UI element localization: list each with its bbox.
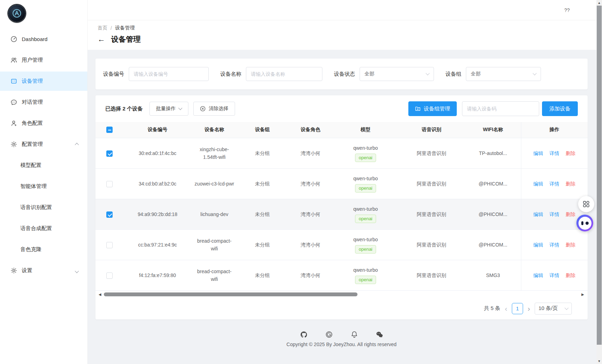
row-checkbox[interactable]: [106, 242, 113, 248]
device-status-value: 全部: [364, 71, 374, 77]
detail-link[interactable]: 详情: [549, 150, 559, 156]
github-icon[interactable]: [300, 331, 308, 338]
sidebar-subitem-tts-config[interactable]: 语音合成配置: [0, 219, 87, 238]
page-footer: Copyright © 2025 By JoeyZhou. All rights…: [95, 331, 588, 347]
sidebar-subitem-voice-clone[interactable]: 音色克隆: [0, 240, 87, 259]
breadcrumb-home-link[interactable]: 首页: [98, 25, 107, 31]
sidebar-item-dashboard[interactable]: Dashboard: [0, 29, 87, 49]
group-manage-button[interactable]: 设备组管理: [408, 101, 457, 116]
delete-link[interactable]: 删除: [566, 211, 575, 217]
cell-asr: 阿里语音识别: [398, 168, 465, 199]
cell-device-group: 未分组: [237, 229, 288, 260]
sidebar-item-settings[interactable]: 设置: [0, 261, 87, 280]
cell-device-role: 湾湾小何: [288, 168, 333, 199]
topbar: ??: [88, 0, 596, 20]
gitee-icon[interactable]: [325, 331, 333, 338]
clear-selection-button[interactable]: 清除选择: [193, 102, 235, 116]
row-checkbox[interactable]: [106, 272, 113, 279]
device-code-input[interactable]: [129, 67, 209, 81]
model-provider-tag: openai: [355, 184, 376, 193]
dashboard-icon: [11, 36, 17, 42]
sidebar-subitem-model-config[interactable]: 模型配置: [0, 156, 87, 175]
model-name: qwen-turbo: [335, 175, 396, 182]
next-page-button[interactable]: ›: [528, 305, 530, 312]
edit-link[interactable]: 编辑: [533, 211, 543, 217]
column-header: 操作: [521, 122, 588, 138]
cell-device-role: 湾湾小何: [288, 138, 333, 168]
delete-link[interactable]: 删除: [566, 181, 575, 187]
cell-model: qwen-turbo openai: [333, 138, 398, 168]
copyright-text: Copyright © 2025 By JoeyZhou. All rights…: [95, 342, 588, 347]
chevron-down-icon: [426, 71, 429, 75]
sidebar-item-label: Dashboard: [22, 36, 47, 42]
detail-link[interactable]: 详情: [549, 181, 559, 187]
column-header: WIFI名称: [465, 122, 521, 138]
device-status-label: 设备状态: [334, 71, 355, 77]
column-header: 语音识别: [398, 122, 465, 138]
sidebar-item-conversation-management[interactable]: 对话管理: [0, 93, 87, 112]
scroll-left-icon[interactable]: ◀: [99, 292, 101, 297]
device-table: 设备编号设备名称设备组设备角色模型语音识别WIFI名称操作 30:ed:a0:1…: [95, 122, 588, 291]
edit-link[interactable]: 编辑: [533, 150, 543, 156]
device-code-add-input[interactable]: [462, 101, 539, 116]
batch-action-button[interactable]: 批量操作: [149, 102, 188, 116]
detail-link[interactable]: 详情: [549, 272, 559, 278]
row-checkbox[interactable]: [106, 211, 113, 218]
model-provider-tag: openai: [355, 154, 376, 162]
assistant-robot-widget[interactable]: [576, 215, 593, 231]
app-logo[interactable]: [8, 5, 25, 22]
model-provider-tag: openai: [355, 245, 376, 254]
cell-asr: 阿里语音识别: [398, 199, 465, 229]
row-checkbox[interactable]: [106, 181, 113, 187]
scroll-right-icon[interactable]: ▶: [581, 292, 584, 297]
scroll-down-icon[interactable]: ▼: [596, 359, 602, 363]
page-vertical-scrollbar[interactable]: ▲ ▼: [596, 0, 602, 364]
device-group-select[interactable]: 全部: [466, 67, 541, 81]
vertical-scrollbar-thumb[interactable]: [597, 6, 602, 345]
detail-link[interactable]: 详情: [549, 211, 559, 217]
wechat-icon[interactable]: [376, 331, 383, 338]
logo-a-icon: [12, 9, 21, 18]
edit-link[interactable]: 编辑: [533, 272, 543, 278]
delete-link[interactable]: 删除: [566, 272, 575, 278]
add-device-button[interactable]: 添加设备: [542, 101, 578, 116]
current-page-button[interactable]: 1: [512, 303, 523, 314]
delete-link[interactable]: 删除: [566, 242, 575, 248]
bell-icon[interactable]: [350, 331, 358, 338]
device-group-value: 全部: [471, 71, 481, 77]
topbar-status-text: ??: [564, 7, 570, 13]
apps-grid-widget[interactable]: [578, 196, 594, 212]
cell-actions: 编辑 详情 删除: [521, 229, 588, 260]
sidebar-item-role-config[interactable]: 角色配置: [0, 114, 87, 133]
edit-link[interactable]: 编辑: [533, 181, 543, 187]
edit-link[interactable]: 编辑: [533, 242, 543, 248]
sidebar-item-label: 设置: [22, 267, 32, 274]
delete-link[interactable]: 删除: [566, 150, 575, 156]
sidebar-subitem-asr-config[interactable]: 语音识别配置: [0, 198, 87, 217]
sidebar-subitem-agent-management[interactable]: 智能体管理: [0, 177, 87, 196]
scroll-up-icon[interactable]: ▲: [596, 1, 602, 5]
cell-model: qwen-turbo openai: [333, 168, 398, 199]
sidebar-item-device-management[interactable]: 设备管理: [0, 72, 87, 91]
device-name-input[interactable]: [246, 67, 322, 81]
detail-link[interactable]: 详情: [549, 242, 559, 248]
select-all-checkbox[interactable]: [106, 127, 113, 133]
table-horizontal-scrollbar[interactable]: ◀ ▶: [95, 291, 588, 298]
device-status-select[interactable]: 全部: [360, 67, 434, 81]
prev-page-button[interactable]: ‹: [505, 305, 507, 312]
row-checkbox[interactable]: [106, 150, 113, 157]
back-arrow-icon[interactable]: ←: [98, 35, 105, 43]
cell-device-name: bread-compact-wifi: [192, 229, 237, 260]
users-icon: [11, 57, 17, 63]
robot-face-icon: [578, 217, 591, 230]
page-header: 首页 / 设备管理 ← 设备管理: [88, 20, 596, 50]
sidebar-subitem-label: 语音识别配置: [20, 204, 52, 211]
device-name-label: 设备名称: [220, 71, 241, 77]
sidebar-item-label: 配置管理: [22, 141, 43, 148]
horizontal-scrollbar-thumb[interactable]: [104, 292, 357, 296]
app-layout: Dashboard 用户管理 设备管理 对话管理: [0, 0, 596, 364]
sidebar-item-user-management[interactable]: 用户管理: [0, 50, 87, 70]
group-manage-label: 设备组管理: [424, 106, 450, 112]
sidebar-item-config-management[interactable]: 配置管理: [0, 135, 87, 154]
page-size-select[interactable]: 10 条/页: [535, 303, 572, 315]
